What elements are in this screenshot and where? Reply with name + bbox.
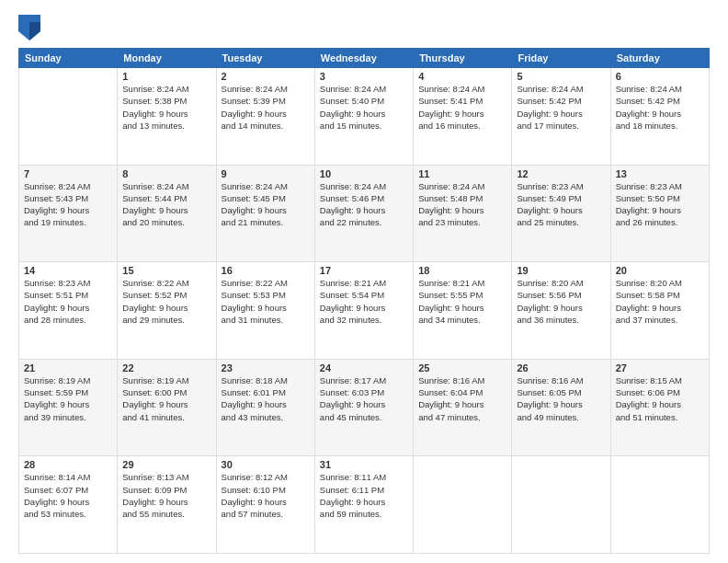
day-number: 24: [320, 362, 408, 373]
calendar-cell: 26Sunrise: 8:16 AMSunset: 6:05 PMDayligh…: [512, 359, 610, 456]
column-header-friday: Friday: [512, 49, 610, 68]
day-info: Sunrise: 8:23 AMSunset: 5:51 PMDaylight:…: [24, 277, 112, 326]
day-info: Sunrise: 8:15 AMSunset: 6:06 PMDaylight:…: [616, 374, 704, 423]
day-info: Sunrise: 8:24 AMSunset: 5:44 PMDaylight:…: [122, 180, 210, 229]
day-number: 8: [122, 168, 210, 179]
day-info: Sunrise: 8:24 AMSunset: 5:48 PMDaylight:…: [418, 180, 506, 229]
calendar-week-5: 28Sunrise: 8:14 AMSunset: 6:07 PMDayligh…: [19, 456, 710, 554]
calendar-cell: 24Sunrise: 8:17 AMSunset: 6:03 PMDayligh…: [314, 359, 413, 456]
calendar-cell: 18Sunrise: 8:21 AMSunset: 5:55 PMDayligh…: [414, 262, 512, 360]
day-number: 5: [517, 71, 605, 82]
day-info: Sunrise: 8:24 AMSunset: 5:46 PMDaylight:…: [320, 180, 408, 229]
calendar-cell: 17Sunrise: 8:21 AMSunset: 5:54 PMDayligh…: [314, 262, 413, 360]
calendar-cell: 8Sunrise: 8:24 AMSunset: 5:44 PMDaylight…: [118, 165, 216, 262]
day-number: 16: [222, 265, 310, 276]
calendar-cell: 11Sunrise: 8:24 AMSunset: 5:48 PMDayligh…: [414, 165, 512, 262]
day-number: 31: [320, 459, 408, 470]
calendar-cell: 30Sunrise: 8:12 AMSunset: 6:10 PMDayligh…: [216, 456, 314, 554]
calendar-cell: 21Sunrise: 8:19 AMSunset: 5:59 PMDayligh…: [19, 359, 118, 456]
day-number: 29: [122, 459, 210, 470]
day-number: 11: [418, 168, 506, 179]
day-number: 21: [24, 362, 112, 373]
calendar-cell: 4Sunrise: 8:24 AMSunset: 5:41 PMDaylight…: [414, 68, 512, 166]
calendar-cell: 27Sunrise: 8:15 AMSunset: 6:06 PMDayligh…: [610, 359, 709, 456]
calendar-cell: 1Sunrise: 8:24 AMSunset: 5:38 PMDaylight…: [118, 68, 216, 166]
day-number: 6: [616, 71, 704, 82]
day-info: Sunrise: 8:17 AMSunset: 6:03 PMDaylight:…: [320, 374, 408, 423]
day-number: 15: [122, 265, 210, 276]
day-number: 17: [320, 265, 408, 276]
column-header-thursday: Thursday: [414, 49, 512, 68]
day-number: 20: [616, 265, 704, 276]
day-info: Sunrise: 8:24 AMSunset: 5:45 PMDaylight:…: [222, 180, 310, 229]
column-header-wednesday: Wednesday: [314, 49, 413, 68]
day-number: 23: [222, 362, 310, 373]
day-info: Sunrise: 8:13 AMSunset: 6:09 PMDaylight:…: [122, 471, 210, 520]
calendar-cell: 15Sunrise: 8:22 AMSunset: 5:52 PMDayligh…: [118, 262, 216, 360]
day-number: 13: [616, 168, 704, 179]
calendar-cell: 9Sunrise: 8:24 AMSunset: 5:45 PMDaylight…: [216, 165, 314, 262]
day-info: Sunrise: 8:21 AMSunset: 5:55 PMDaylight:…: [418, 277, 506, 326]
day-info: Sunrise: 8:14 AMSunset: 6:07 PMDaylight:…: [24, 471, 112, 520]
day-info: Sunrise: 8:21 AMSunset: 5:54 PMDaylight:…: [320, 277, 408, 326]
calendar-cell: 6Sunrise: 8:24 AMSunset: 5:42 PMDaylight…: [610, 68, 709, 166]
day-info: Sunrise: 8:19 AMSunset: 5:59 PMDaylight:…: [24, 374, 112, 423]
day-info: Sunrise: 8:22 AMSunset: 5:52 PMDaylight:…: [122, 277, 210, 326]
day-info: Sunrise: 8:22 AMSunset: 5:53 PMDaylight:…: [222, 277, 310, 326]
calendar-cell: 19Sunrise: 8:20 AMSunset: 5:56 PMDayligh…: [512, 262, 610, 360]
calendar-cell: 14Sunrise: 8:23 AMSunset: 5:51 PMDayligh…: [19, 262, 118, 360]
column-header-sunday: Sunday: [19, 49, 118, 68]
column-header-monday: Monday: [118, 49, 216, 68]
column-header-saturday: Saturday: [610, 49, 709, 68]
day-info: Sunrise: 8:16 AMSunset: 6:05 PMDaylight:…: [517, 374, 605, 423]
day-info: Sunrise: 8:24 AMSunset: 5:38 PMDaylight:…: [122, 83, 210, 132]
calendar-cell: 10Sunrise: 8:24 AMSunset: 5:46 PMDayligh…: [314, 165, 413, 262]
day-number: 12: [517, 168, 605, 179]
day-number: 28: [24, 459, 112, 470]
day-number: 22: [122, 362, 210, 373]
day-number: 4: [418, 71, 506, 82]
calendar-cell: 13Sunrise: 8:23 AMSunset: 5:50 PMDayligh…: [610, 165, 709, 262]
calendar-table: SundayMondayTuesdayWednesdayThursdayFrid…: [18, 48, 710, 554]
day-number: 14: [24, 265, 112, 276]
calendar-week-4: 21Sunrise: 8:19 AMSunset: 5:59 PMDayligh…: [19, 359, 710, 456]
calendar-cell: 20Sunrise: 8:20 AMSunset: 5:58 PMDayligh…: [610, 262, 709, 360]
calendar-cell: [19, 68, 118, 166]
day-number: 9: [222, 168, 310, 179]
calendar-cell: [512, 456, 610, 554]
calendar-cell: 16Sunrise: 8:22 AMSunset: 5:53 PMDayligh…: [216, 262, 314, 360]
calendar-cell: 28Sunrise: 8:14 AMSunset: 6:07 PMDayligh…: [19, 456, 118, 554]
day-info: Sunrise: 8:20 AMSunset: 5:58 PMDaylight:…: [616, 277, 704, 326]
day-number: 25: [418, 362, 506, 373]
calendar-cell: [610, 456, 709, 554]
calendar-cell: 22Sunrise: 8:19 AMSunset: 6:00 PMDayligh…: [118, 359, 216, 456]
calendar-cell: 25Sunrise: 8:16 AMSunset: 6:04 PMDayligh…: [414, 359, 512, 456]
calendar-cell: 12Sunrise: 8:23 AMSunset: 5:49 PMDayligh…: [512, 165, 610, 262]
day-number: 26: [517, 362, 605, 373]
day-info: Sunrise: 8:24 AMSunset: 5:39 PMDaylight:…: [222, 83, 310, 132]
calendar-week-3: 14Sunrise: 8:23 AMSunset: 5:51 PMDayligh…: [19, 262, 710, 360]
day-info: Sunrise: 8:23 AMSunset: 5:49 PMDaylight:…: [517, 180, 605, 229]
calendar-header-row: SundayMondayTuesdayWednesdayThursdayFrid…: [19, 49, 710, 68]
calendar-cell: [414, 456, 512, 554]
day-number: 7: [24, 168, 112, 179]
day-number: 10: [320, 168, 408, 179]
header: [18, 15, 710, 40]
day-number: 1: [122, 71, 210, 82]
day-number: 27: [616, 362, 704, 373]
day-info: Sunrise: 8:24 AMSunset: 5:40 PMDaylight:…: [320, 83, 408, 132]
calendar-cell: 2Sunrise: 8:24 AMSunset: 5:39 PMDaylight…: [216, 68, 314, 166]
calendar-cell: 3Sunrise: 8:24 AMSunset: 5:40 PMDaylight…: [314, 68, 413, 166]
calendar-cell: 23Sunrise: 8:18 AMSunset: 6:01 PMDayligh…: [216, 359, 314, 456]
page: SundayMondayTuesdayWednesdayThursdayFrid…: [0, 0, 728, 563]
day-info: Sunrise: 8:23 AMSunset: 5:50 PMDaylight:…: [616, 180, 704, 229]
day-info: Sunrise: 8:24 AMSunset: 5:43 PMDaylight:…: [24, 180, 112, 229]
calendar-cell: 29Sunrise: 8:13 AMSunset: 6:09 PMDayligh…: [118, 456, 216, 554]
calendar-week-2: 7Sunrise: 8:24 AMSunset: 5:43 PMDaylight…: [19, 165, 710, 262]
day-number: 2: [222, 71, 310, 82]
logo: [18, 15, 46, 40]
day-info: Sunrise: 8:16 AMSunset: 6:04 PMDaylight:…: [418, 374, 506, 423]
day-number: 3: [320, 71, 408, 82]
calendar-week-1: 1Sunrise: 8:24 AMSunset: 5:38 PMDaylight…: [19, 68, 710, 166]
day-info: Sunrise: 8:24 AMSunset: 5:42 PMDaylight:…: [616, 83, 704, 132]
